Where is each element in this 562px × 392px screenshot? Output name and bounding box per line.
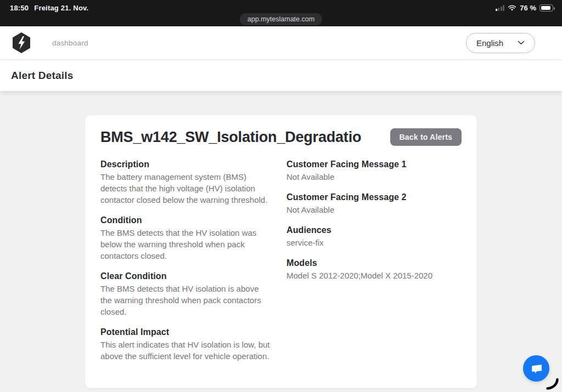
page-title-bar: Alert Details xyxy=(0,60,562,91)
status-right: 76 % xyxy=(496,4,553,12)
corner-arc-icon xyxy=(543,376,560,392)
status-bar: 18:50 Freitag 21. Nov. app.myteslamate.c… xyxy=(0,0,562,26)
section-body: service-fix xyxy=(286,237,462,248)
section-customer-facing-message-2: Customer Facing Message 2 Not Available xyxy=(286,192,462,215)
section-body: Not Available xyxy=(286,204,462,215)
back-to-alerts-button[interactable]: Back to Alerts xyxy=(390,128,462,146)
section-heading: Audiences xyxy=(286,225,462,235)
chevron-down-icon xyxy=(518,41,525,45)
alert-title: BMS_w142_SW_Isolation_Degradatio xyxy=(100,129,361,146)
browser-url-pill[interactable]: app.myteslamate.com xyxy=(240,13,322,25)
language-select[interactable]: English xyxy=(466,33,535,53)
card-columns: Description The battery management syste… xyxy=(100,160,462,372)
lightning-hexagon-logo-icon[interactable] xyxy=(12,32,31,54)
section-heading: Potential Impact xyxy=(100,327,272,337)
section-body: The BMS detects that the HV isolation wa… xyxy=(100,227,272,262)
card-header: BMS_w142_SW_Isolation_Degradatio Back to… xyxy=(100,128,462,146)
section-heading: Condition xyxy=(100,215,272,225)
section-body: This alert indicates that HV isolation i… xyxy=(100,339,272,362)
section-heading: Models xyxy=(286,258,462,268)
section-customer-facing-message-1: Customer Facing Message 1 Not Available xyxy=(286,160,462,183)
wifi-icon xyxy=(508,5,516,12)
card-column-left: Description The battery management syste… xyxy=(100,160,272,372)
clock-time: 18:50 xyxy=(10,4,29,12)
section-body: The BMS detects that HV isolation is abo… xyxy=(100,283,272,317)
section-heading: Clear Condition xyxy=(100,271,272,281)
section-body: Not Available xyxy=(286,171,462,183)
section-clear-condition: Clear Condition The BMS detects that HV … xyxy=(100,271,272,317)
chat-bubble-icon xyxy=(530,362,543,375)
section-heading: Customer Facing Message 2 xyxy=(286,192,462,202)
section-heading: Description xyxy=(100,160,272,169)
nav-dashboard-link[interactable]: dashboard xyxy=(52,39,88,47)
section-models: Models Model S 2012-2020;Model X 2015-20… xyxy=(286,258,462,281)
section-condition: Condition The BMS detects that the HV is… xyxy=(100,215,272,262)
battery-icon xyxy=(539,4,553,12)
cellular-signal-icon xyxy=(496,5,505,11)
app-header: dashboard English xyxy=(0,26,562,60)
clock-date: Freitag 21. Nov. xyxy=(34,4,88,12)
section-body: The battery management system (BMS) dete… xyxy=(100,171,272,206)
section-description: Description The battery management syste… xyxy=(100,160,272,206)
section-audiences: Audiences service-fix xyxy=(286,225,462,248)
section-heading: Customer Facing Message 1 xyxy=(286,160,462,169)
language-selected-value: English xyxy=(476,38,503,48)
battery-percent: 76 % xyxy=(520,4,536,12)
status-left: 18:50 Freitag 21. Nov. xyxy=(10,4,88,12)
page-title: Alert Details xyxy=(11,70,73,82)
section-body: Model S 2012-2020;Model X 2015-2020 xyxy=(286,270,462,281)
alert-details-card: BMS_w142_SW_Isolation_Degradatio Back to… xyxy=(85,115,477,388)
card-column-right: Customer Facing Message 1 Not Available … xyxy=(286,160,462,372)
section-potential-impact: Potential Impact This alert indicates th… xyxy=(100,327,272,362)
